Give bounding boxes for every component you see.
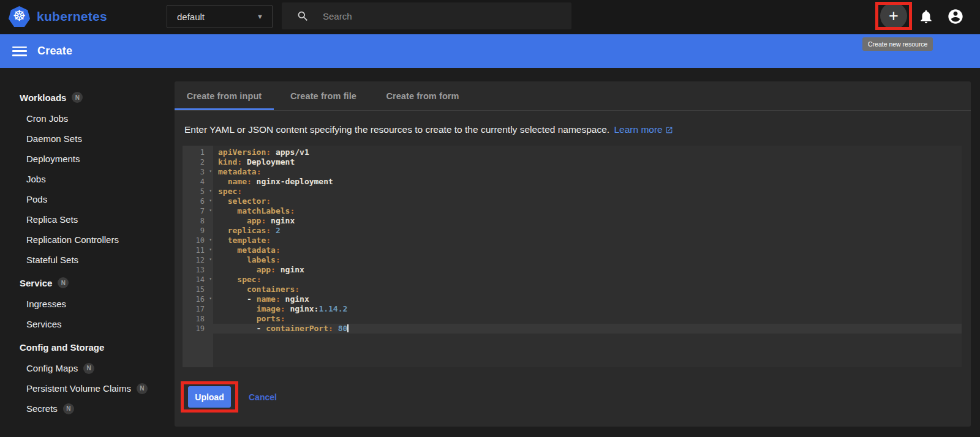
code-line: labels: bbox=[213, 255, 962, 265]
line-number: 4 bbox=[183, 177, 213, 187]
editor-gutter: 123▾45▾6▾7▾8910▾11▾12▾1314▾1516▾171819 bbox=[183, 146, 213, 367]
section-label: Workloads bbox=[20, 92, 66, 103]
line-number: 16▾ bbox=[183, 294, 213, 304]
fold-marker-icon[interactable]: ▾ bbox=[209, 276, 212, 282]
code-line: kind: Deployment bbox=[213, 157, 962, 167]
sidebar-item-label: Secrets bbox=[26, 403, 58, 414]
line-number: 14▾ bbox=[183, 275, 213, 285]
namespace-selector[interactable]: default ▼ bbox=[167, 5, 273, 28]
sidebar-item-daemon-sets[interactable]: Daemon Sets bbox=[0, 129, 175, 149]
sidebar-item-label: Replication Controllers bbox=[26, 234, 119, 245]
new-badge: N bbox=[63, 403, 74, 414]
line-number: 19 bbox=[183, 324, 213, 334]
sidebar-item-persistent-volume-claims[interactable]: Persistent Volume ClaimsN bbox=[0, 378, 175, 398]
tab-create-from-file[interactable]: Create from file bbox=[274, 81, 373, 110]
account-icon bbox=[947, 8, 964, 25]
sidebar-item-ingresses[interactable]: Ingresses bbox=[0, 294, 175, 314]
notifications-button[interactable] bbox=[915, 6, 937, 28]
code-line: matchLabels: bbox=[213, 206, 962, 216]
page-title: Create bbox=[37, 45, 72, 58]
new-badge: N bbox=[83, 363, 94, 374]
sidebar-item-replica-sets[interactable]: Replica Sets bbox=[0, 209, 175, 230]
fold-marker-icon[interactable]: ▾ bbox=[209, 168, 212, 174]
line-number: 15 bbox=[183, 285, 213, 294]
sidebar-section-workloads[interactable]: WorkloadsN bbox=[0, 89, 175, 105]
code-line: - name: nginx bbox=[213, 294, 962, 304]
fold-marker-icon[interactable]: ▾ bbox=[209, 188, 212, 194]
code-line: app: nginx bbox=[213, 265, 962, 275]
line-number: 3▾ bbox=[183, 167, 213, 177]
brand: ☸ kubernetes bbox=[9, 6, 107, 27]
code-line: - containerPort: 80 bbox=[213, 324, 962, 334]
line-number: 6▾ bbox=[183, 196, 213, 206]
fold-marker-icon[interactable]: ▾ bbox=[209, 198, 212, 204]
line-number: 5▾ bbox=[183, 187, 213, 196]
line-number: 10▾ bbox=[183, 236, 213, 245]
code-line: app: nginx bbox=[213, 216, 962, 226]
code-line: ports: bbox=[213, 314, 962, 324]
sidebar-item-services[interactable]: Services bbox=[0, 314, 175, 334]
line-number: 18 bbox=[183, 314, 213, 324]
fold-marker-icon[interactable]: ▾ bbox=[209, 256, 212, 263]
new-badge: N bbox=[137, 383, 148, 394]
text-cursor bbox=[347, 324, 349, 332]
line-number: 17 bbox=[183, 304, 213, 314]
code-line: name: nginx-deployment bbox=[213, 177, 962, 187]
sidebar-item-deployments[interactable]: Deployments bbox=[0, 149, 175, 169]
section-label: Config and Storage bbox=[20, 342, 104, 353]
bell-icon bbox=[918, 9, 934, 24]
chevron-down-icon: ▼ bbox=[257, 13, 263, 20]
menu-icon[interactable] bbox=[12, 47, 27, 56]
create-new-resource-button[interactable]: + bbox=[880, 2, 907, 29]
sidebar-item-cron-jobs[interactable]: Cron Jobs bbox=[0, 108, 175, 129]
sidebar-item-stateful-sets[interactable]: Stateful Sets bbox=[0, 250, 175, 270]
form-actions: Upload Cancel bbox=[175, 381, 971, 413]
sidebar-item-label: Cron Jobs bbox=[26, 113, 68, 124]
sidebar-item-label: Persistent Volume Claims bbox=[26, 383, 131, 394]
line-number: 8 bbox=[183, 216, 213, 226]
fold-marker-icon[interactable]: ▾ bbox=[209, 247, 212, 253]
sidebar-item-label: Pods bbox=[26, 194, 47, 204]
sidebar-item-label: Daemon Sets bbox=[26, 133, 82, 144]
sidebar-item-label: Jobs bbox=[26, 174, 46, 184]
sidebar: WorkloadsNCron JobsDaemon SetsDeployment… bbox=[0, 68, 175, 437]
fold-marker-icon[interactable]: ▾ bbox=[209, 237, 212, 243]
sidebar-item-pods[interactable]: Pods bbox=[0, 189, 175, 209]
code-line: apiVersion: apps/v1 bbox=[213, 148, 962, 157]
editor-description: Enter YAML or JSON content specifying th… bbox=[175, 111, 971, 146]
code-line: spec: bbox=[213, 187, 962, 196]
content-area: WorkloadsNCron JobsDaemon SetsDeployment… bbox=[0, 68, 980, 437]
line-number: 11▾ bbox=[183, 245, 213, 255]
learn-more-link[interactable]: Learn more bbox=[614, 124, 673, 135]
line-number: 7▾ bbox=[183, 206, 213, 216]
line-number: 9 bbox=[183, 226, 213, 236]
account-button[interactable] bbox=[944, 6, 967, 28]
sidebar-section-config-and-storage[interactable]: Config and Storage bbox=[0, 339, 175, 355]
brand-title: kubernetes bbox=[37, 9, 107, 24]
sidebar-item-label: Services bbox=[26, 319, 62, 329]
search-bar[interactable] bbox=[282, 2, 571, 29]
new-badge: N bbox=[72, 92, 83, 103]
search-input[interactable] bbox=[323, 11, 556, 21]
upload-button[interactable]: Upload bbox=[188, 386, 231, 408]
tab-create-from-form[interactable]: Create from form bbox=[373, 81, 472, 110]
sidebar-section-service[interactable]: ServiceN bbox=[0, 275, 175, 291]
yaml-editor[interactable]: 123▾45▾6▾7▾8910▾11▾12▾1314▾1516▾171819 a… bbox=[183, 146, 962, 367]
code-line: metadata: bbox=[213, 167, 962, 177]
sidebar-item-replication-controllers[interactable]: Replication Controllers bbox=[0, 230, 175, 250]
cancel-button[interactable]: Cancel bbox=[249, 392, 277, 402]
tab-create-from-input[interactable]: Create from input bbox=[175, 81, 274, 110]
sidebar-item-config-maps[interactable]: Config MapsN bbox=[0, 358, 175, 378]
page-header: Create bbox=[0, 34, 980, 68]
sidebar-item-label: Deployments bbox=[26, 154, 80, 164]
description-text: Enter YAML or JSON content specifying th… bbox=[184, 124, 609, 135]
create-panel: Create from inputCreate from fileCreate … bbox=[175, 81, 971, 427]
line-number: 13 bbox=[183, 265, 213, 275]
fold-marker-icon[interactable]: ▾ bbox=[209, 207, 212, 214]
sidebar-item-jobs[interactable]: Jobs bbox=[0, 169, 175, 189]
sidebar-item-label: Config Maps bbox=[26, 363, 78, 373]
sidebar-item-secrets[interactable]: SecretsN bbox=[0, 398, 175, 419]
search-icon bbox=[296, 10, 309, 23]
namespace-value: default bbox=[177, 12, 205, 22]
fold-marker-icon[interactable]: ▾ bbox=[209, 296, 212, 302]
